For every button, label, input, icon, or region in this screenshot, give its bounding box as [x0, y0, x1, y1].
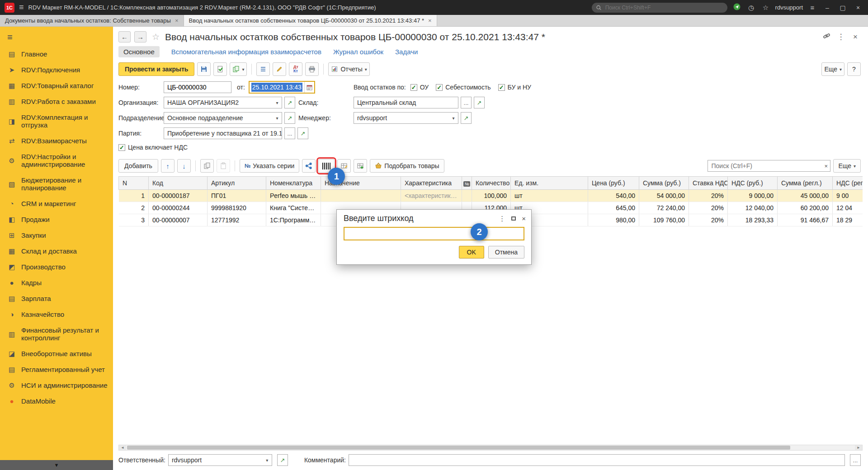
pick-items-button[interactable]: Подобрать товары: [370, 159, 444, 173]
table-cell[interactable]: 1С:Программиро...: [266, 214, 321, 226]
scroll-left-icon[interactable]: ◄: [119, 445, 126, 450]
tab-close-icon[interactable]: ×: [428, 17, 432, 24]
table-cell[interactable]: 9 000,00: [728, 190, 778, 202]
sidebar-item[interactable]: ● DataMobile: [0, 393, 113, 409]
open-manager-icon[interactable]: ↗: [461, 112, 472, 124]
number-field[interactable]: [164, 81, 231, 93]
reports-button[interactable]: Отчеты ▾: [328, 62, 369, 76]
calendar-icon[interactable]: [304, 82, 314, 93]
more-menu-icon[interactable]: ⋮: [835, 32, 846, 42]
dialog-close-icon[interactable]: ×: [522, 215, 526, 222]
tab-error-log[interactable]: Журнал ошибок: [333, 48, 383, 56]
table-cell[interactable]: 72 240,00: [639, 202, 689, 214]
sidebar-item[interactable]: ⚙ НСИ и администрирование: [0, 377, 113, 393]
table-cell[interactable]: 3: [119, 214, 149, 226]
tab-current-document[interactable]: Ввод начальных остатков собственных това…: [184, 15, 437, 26]
table-cell[interactable]: 18 29: [833, 214, 863, 226]
add-table-button[interactable]: [354, 159, 367, 173]
checkbox-ou[interactable]: ✓ ОУ: [410, 84, 429, 91]
sidebar-item[interactable]: ▤ Зарплата: [0, 291, 113, 306]
edit-button[interactable]: [273, 62, 286, 76]
dialog-kebab-icon[interactable]: ⋮: [499, 215, 505, 223]
sidebar-item[interactable]: ◔ CRM и маркетинг: [0, 196, 113, 212]
sidebar-item[interactable]: ◪ Внеоборотные активы: [0, 346, 113, 362]
open-responsible-icon[interactable]: ↗: [277, 454, 288, 466]
chevron-down-icon[interactable]: ▾: [273, 97, 282, 108]
tab-aux-info[interactable]: Вспомогательная информация взаиморасчето…: [171, 48, 321, 56]
sidebar-item[interactable]: ▦ RDV:Товарный каталог: [0, 78, 113, 94]
global-search-field[interactable]: [592, 3, 727, 13]
table-cell[interactable]: 980,00: [588, 214, 639, 226]
table-cell[interactable]: 60 200,00: [778, 202, 833, 214]
sidebar-item[interactable]: ◑ Казначейство: [0, 306, 113, 322]
table-search-input[interactable]: [708, 162, 821, 169]
table-cell[interactable]: 00-00000187: [149, 190, 208, 202]
share-button[interactable]: [302, 159, 316, 173]
barcode-button[interactable]: 1: [318, 159, 335, 173]
more-button[interactable]: Еще ▾: [821, 62, 844, 76]
date-field[interactable]: 25.10.2021 13:43: [249, 81, 315, 94]
table-cell[interactable]: 12 040,00: [728, 202, 778, 214]
main-menu-icon[interactable]: ≡: [19, 3, 24, 12]
favorites-icon[interactable]: ☆: [761, 4, 771, 12]
table-header-cell[interactable]: №: [462, 177, 472, 190]
sidebar-item[interactable]: ▥ RDV:Работа с заказами: [0, 94, 113, 109]
table-cell[interactable]: Книга "Система ...: [266, 202, 321, 214]
table-cell[interactable]: Perfeo мышь опт...: [266, 190, 321, 202]
sidebar-item[interactable]: ➤ RDV:Подключения: [0, 62, 113, 78]
table-cell[interactable]: 00-00000007: [149, 214, 208, 226]
history-icon[interactable]: ◷: [746, 4, 756, 12]
table-header-cell[interactable]: Номенклатура: [266, 177, 321, 190]
table-header-cell[interactable]: Артикул: [208, 177, 266, 190]
edit-table-button[interactable]: [337, 159, 351, 173]
dialog-maximize-icon[interactable]: [511, 216, 516, 221]
sidebar-item[interactable]: ◩ Производство: [0, 259, 113, 275]
sidebar-menu-icon[interactable]: ≡: [0, 27, 113, 44]
clear-search-icon[interactable]: ×: [822, 160, 830, 171]
table-header-cell[interactable]: Ставка НДС: [689, 177, 728, 190]
add-row-button[interactable]: Добавить: [118, 159, 158, 173]
sidebar-item[interactable]: ● Кадры: [0, 275, 113, 291]
comment-field[interactable]: [349, 454, 845, 466]
post-button[interactable]: [213, 62, 227, 76]
table-header-cell[interactable]: Сумма (регл.): [778, 177, 833, 190]
save-button[interactable]: [197, 62, 211, 76]
chevron-down-icon[interactable]: ▾: [273, 113, 282, 123]
sidebar-scroll-down-icon[interactable]: ▼: [0, 460, 113, 470]
structure-button[interactable]: [256, 62, 270, 76]
table-header-cell[interactable]: НДС (регл: [833, 177, 863, 190]
dt-kt-button[interactable]: ДтКт: [289, 62, 302, 76]
table-cell[interactable]: шт: [511, 190, 588, 202]
table-cell[interactable]: ПГ01: [208, 190, 266, 202]
current-user-label[interactable]: rdvsupport: [775, 4, 803, 11]
table-cell[interactable]: 645,00: [588, 202, 639, 214]
maximize-button[interactable]: ▢: [837, 4, 848, 11]
responsible-field[interactable]: rdvsupport ▾: [168, 454, 272, 466]
table-header-cell[interactable]: N: [119, 177, 149, 190]
table-cell[interactable]: 9 00: [833, 190, 863, 202]
copy-row-button[interactable]: [200, 159, 214, 173]
chevron-down-icon[interactable]: ▾: [449, 113, 458, 123]
sidebar-item[interactable]: ⚙ RDV:Настройки и администрирование: [0, 149, 113, 172]
table-search-field[interactable]: ×: [708, 160, 830, 172]
table-header-cell[interactable]: Характеристика: [401, 177, 462, 190]
checkbox-cost[interactable]: ✓ Себестоимость: [436, 84, 491, 91]
back-button[interactable]: ←: [118, 31, 131, 42]
horizontal-scrollbar[interactable]: ◄ ►: [118, 445, 863, 451]
sidebar-item[interactable]: ◨ RDV:Комплектация и отгрузка: [0, 109, 113, 133]
open-batch-icon[interactable]: ↗: [297, 127, 308, 139]
dialog-cancel-button[interactable]: Отмена: [488, 246, 524, 258]
table-cell[interactable]: 20%: [689, 202, 728, 214]
table-cell[interactable]: 100,000: [472, 190, 511, 202]
table-cell[interactable]: 91 466,67: [778, 214, 833, 226]
discussions-icon[interactable]: [732, 3, 742, 12]
table-header-cell[interactable]: Ед. изм.: [511, 177, 588, 190]
sidebar-item[interactable]: ◧ Продажи: [0, 212, 113, 227]
sidebar-item[interactable]: ▤ Регламентированный учет: [0, 362, 113, 377]
table-header-cell[interactable]: Код: [149, 177, 208, 190]
warehouse-field[interactable]: Центральный склад: [354, 97, 458, 108]
department-field[interactable]: Основное подразделение ▾: [164, 112, 282, 124]
date-value[interactable]: 25.10.2021 13:43: [251, 83, 302, 92]
post-and-close-button[interactable]: Провести и закрыть: [118, 62, 194, 76]
scroll-right-icon[interactable]: ►: [855, 445, 862, 450]
